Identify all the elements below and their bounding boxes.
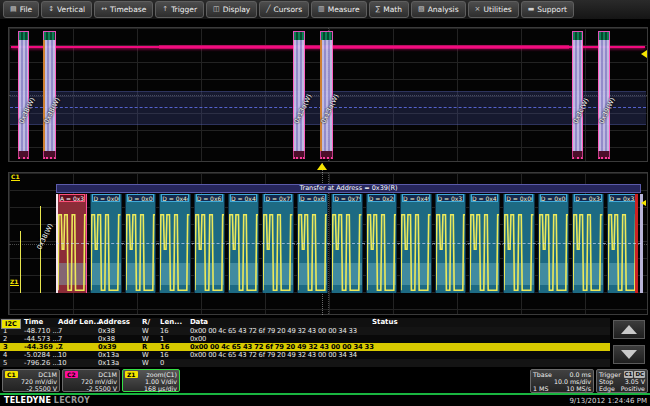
measure-icon: ▥ xyxy=(318,6,325,13)
channel-descriptor-z1[interactable]: Z1zoom(C1) 1.00 V/div 168 µs/div xyxy=(122,369,180,392)
protocol-badge[interactable]: I2C xyxy=(1,319,21,329)
support-icon: ▬ xyxy=(528,6,535,13)
table-cell-len: 0 xyxy=(160,359,190,367)
zoom-level-arrow[interactable] xyxy=(641,200,646,206)
table-cell-len: 1 xyxy=(160,335,190,343)
channel-badge: C2 xyxy=(65,371,78,378)
trigger-descriptor[interactable]: TriggerC1DC Stop3.05 V EdgePositive xyxy=(596,369,648,393)
menu-button-label: Analysis xyxy=(428,5,459,14)
menu-button-label: Cursors xyxy=(274,5,303,14)
bar-ack-cap xyxy=(293,31,305,40)
menu-button-label: Math xyxy=(383,5,402,14)
decode-transaction-bar: 0x13a(W) xyxy=(320,31,333,159)
table-scroll-up-button[interactable] xyxy=(613,320,645,339)
decode-byte-label: D = 0x6f xyxy=(299,194,326,202)
menu-button-trigger[interactable]: ↑Trigger xyxy=(155,1,204,18)
file-icon: ▤ xyxy=(10,6,17,13)
channel-descriptor-c2[interactable]: C2DC1M 720 mV/div -2.5500 V xyxy=(62,369,120,392)
decode-transfer-banner: Transfer at Address = 0x39(R) xyxy=(56,184,641,193)
bar-base-cap xyxy=(572,151,583,159)
trigger-position-marker[interactable] xyxy=(317,163,327,170)
table-scroll-down-button[interactable] xyxy=(613,345,645,364)
decode-byte-label: D = 0x33 xyxy=(609,194,636,202)
c1-scl-zoom-trace xyxy=(470,202,499,293)
c1-scl-zoom-trace xyxy=(436,202,465,293)
trigger-slope: Positive xyxy=(621,385,645,392)
vdiv-label: 1.00 V/div xyxy=(145,378,177,385)
menu-button-display[interactable]: ◫Display xyxy=(206,1,257,18)
table-cell-num: 4 xyxy=(0,351,24,359)
utilities-icon: × xyxy=(475,6,481,13)
c1-scl-zoom-trace xyxy=(608,202,637,293)
coupling-label: DC1M xyxy=(98,371,117,378)
menu-button-label: Timebase xyxy=(110,5,146,14)
channel-descriptor-c1[interactable]: C1DC1M 720 mV/div -2.5500 V xyxy=(2,369,60,392)
zoom-waveform-grid[interactable]: Transfer at Address = 0x39(R) 0x38(W) Z1… xyxy=(8,172,648,315)
c1-scl-zoom-trace xyxy=(195,202,224,293)
menu-button-cursors[interactable]: ╱Cursors xyxy=(259,1,309,18)
decode-byte-label: D = 0x00 xyxy=(540,194,567,202)
clock-timestamp: 9/13/2012 1:24:46 PM xyxy=(569,397,647,405)
table-cell-len: 16 xyxy=(160,343,190,351)
table-cell-data: 0x00 00 4c 65 43 72 6f 79 20 49 32 43 00… xyxy=(190,351,372,359)
bar-ack-cap xyxy=(572,31,583,40)
menu-button-label: Measure xyxy=(328,5,360,14)
vertical-icon: ↕ xyxy=(48,6,54,13)
decode-byte-label: D = 0x49 xyxy=(402,194,429,202)
main-waveform-grid[interactable]: C1 0x38(W)0x38(W)0x13a(W)0x13a(W)0x3c(W)… xyxy=(8,27,648,162)
table-cell-rw: W xyxy=(142,359,160,367)
brand-secondary: LECROY xyxy=(54,396,90,405)
table-row[interactable]: 2-44.573 ...70x38W10x00 xyxy=(0,335,610,343)
offset-label: -2.5500 V xyxy=(26,385,57,392)
vdiv-label: 720 mV/div xyxy=(81,378,117,385)
table-cell-status xyxy=(372,327,610,335)
menu-button-support[interactable]: ▬Support xyxy=(521,1,574,18)
table-row[interactable]: 4-5.0284 ...100x13aW160x00 00 4c 65 43 7… xyxy=(0,351,610,359)
z1-zero-level-marker[interactable]: Z1 xyxy=(10,278,19,286)
c1-scl-zoom-trace xyxy=(263,202,292,293)
decode-byte-label: D = 0x79 xyxy=(333,194,360,202)
menu-button-utilities[interactable]: ×Utilities xyxy=(468,1,519,18)
menu-button-analysis[interactable]: ▧Analysis xyxy=(411,1,466,18)
table-row[interactable]: 3-44.369 ...70x39R160x00 00 4c 65 43 72 … xyxy=(0,343,610,351)
table-cell-data: 0x00 00 4c 65 43 72 6f 79 20 49 32 43 00… xyxy=(190,343,372,351)
menu-button-label: Display xyxy=(223,5,251,14)
table-row[interactable]: 5-796.26 ...100x13aW0 xyxy=(0,359,610,367)
menu-button-label: Trigger xyxy=(171,5,197,14)
decode-left-label: 0x38(W) xyxy=(35,222,54,250)
table-cell-address: 0x39 xyxy=(98,343,142,351)
bar-ack-cap xyxy=(598,31,610,40)
decode-byte-label: D = 0x20 xyxy=(368,194,395,202)
decode-byte-label: D = 0x43 xyxy=(230,194,257,202)
bar-base-cap xyxy=(320,151,333,159)
table-cell-addr_len: 10 xyxy=(58,351,98,359)
bar-base-cap xyxy=(598,151,610,159)
menu-button-vertical[interactable]: ↕Vertical xyxy=(41,1,92,18)
column-header: R/ xyxy=(142,318,160,327)
bar-ack-cap xyxy=(320,31,333,40)
c1-zero-level-marker[interactable]: C1 xyxy=(11,173,20,181)
table-row[interactable]: 1-48.710 ...70x38W160x00 00 4c 65 43 72 … xyxy=(0,327,610,335)
brand-logo: TELEDYNE LECROY xyxy=(4,396,90,405)
c1-scl-zoom-trace xyxy=(160,202,189,293)
arrow-up-icon xyxy=(621,325,637,334)
decode-byte-label: D = 0x34 xyxy=(574,194,601,202)
menu-button-timebase[interactable]: ↔Timebase xyxy=(94,1,153,18)
menu-button-file[interactable]: ▤File xyxy=(3,1,39,18)
decode-transaction-bar: 0x38(W) xyxy=(18,31,29,159)
table-cell-addr_len: 7 xyxy=(58,343,98,351)
math-icon: ∑ xyxy=(376,6,381,13)
c1-scl-zoom-trace xyxy=(58,202,86,293)
trigger-level-arrow[interactable] xyxy=(641,50,647,58)
decode-byte-label: D = 0x43 xyxy=(471,194,498,202)
timebase-descriptor[interactable]: Tbase0.0 ms 10.0 ms/div 1 MS10 MS/s xyxy=(530,369,594,393)
decode-byte-label: D = 0x72 xyxy=(264,194,291,202)
menu-button-label: File xyxy=(20,5,33,14)
coupling-label: DC1M xyxy=(38,371,57,378)
c1-scl-zoom-trace xyxy=(401,202,430,293)
zoom-threshold-line xyxy=(56,243,641,244)
menu-button-measure[interactable]: ▥Measure xyxy=(311,1,367,18)
oscilloscope-screen: ▤File↕Vertical↔Timebase↑Trigger◫Display╱… xyxy=(0,0,650,406)
table-cell-addr_len: 7 xyxy=(58,327,98,335)
menu-button-math[interactable]: ∑Math xyxy=(369,1,409,18)
